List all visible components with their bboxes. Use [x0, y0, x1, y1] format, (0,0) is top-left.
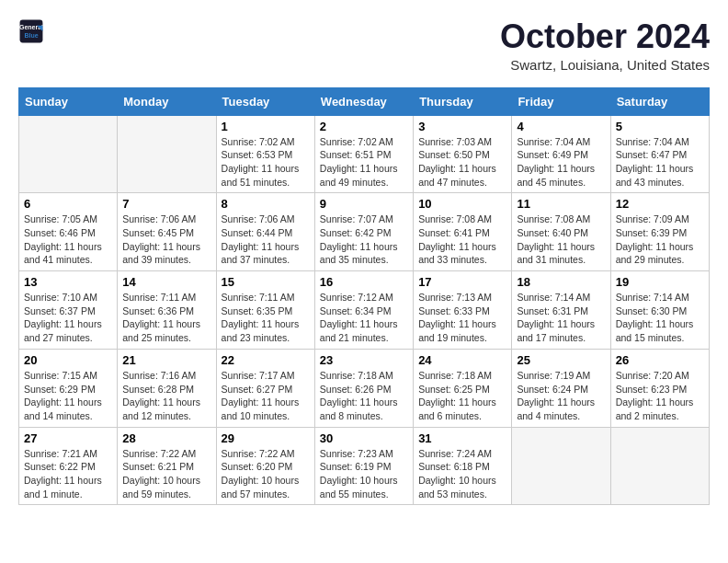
- calendar-cell: 15Sunrise: 7:11 AM Sunset: 6:35 PM Dayli…: [216, 271, 314, 350]
- week-row-5: 27Sunrise: 7:21 AM Sunset: 6:22 PM Dayli…: [19, 427, 710, 505]
- day-number: 31: [418, 431, 506, 445]
- day-info: Sunrise: 7:22 AM Sunset: 6:20 PM Dayligh…: [222, 447, 310, 501]
- calendar-cell: [118, 115, 216, 193]
- day-info: Sunrise: 7:03 AM Sunset: 6:50 PM Dayligh…: [418, 135, 506, 190]
- calendar-cell: 14Sunrise: 7:11 AM Sunset: 6:36 PM Dayli…: [118, 271, 216, 350]
- day-info: Sunrise: 7:14 AM Sunset: 6:30 PM Dayligh…: [616, 291, 704, 345]
- calendar-cell: 27Sunrise: 7:21 AM Sunset: 6:22 PM Dayli…: [19, 427, 118, 505]
- calendar-cell: 6Sunrise: 7:05 AM Sunset: 6:46 PM Daylig…: [19, 193, 118, 271]
- day-info: Sunrise: 7:02 AM Sunset: 6:53 PM Dayligh…: [222, 135, 310, 190]
- calendar-cell: 24Sunrise: 7:18 AM Sunset: 6:25 PM Dayli…: [414, 349, 512, 427]
- day-info: Sunrise: 7:09 AM Sunset: 6:39 PM Dayligh…: [616, 213, 704, 267]
- calendar-cell: 9Sunrise: 7:07 AM Sunset: 6:42 PM Daylig…: [314, 193, 413, 271]
- day-info: Sunrise: 7:24 AM Sunset: 6:18 PM Dayligh…: [418, 447, 506, 501]
- day-info: Sunrise: 7:16 AM Sunset: 6:28 PM Dayligh…: [122, 369, 210, 423]
- svg-rect-0: [20, 20, 43, 43]
- calendar-cell: 13Sunrise: 7:10 AM Sunset: 6:37 PM Dayli…: [19, 271, 118, 350]
- day-number: 26: [616, 353, 704, 367]
- location: Swartz, Louisiana, United States: [500, 57, 710, 73]
- day-number: 17: [418, 275, 506, 289]
- day-number: 20: [24, 353, 112, 367]
- day-number: 18: [517, 275, 605, 289]
- week-row-4: 20Sunrise: 7:15 AM Sunset: 6:29 PM Dayli…: [19, 349, 710, 427]
- logo: General Blue: [18, 18, 44, 44]
- title-section: October 2024 Swartz, Louisiana, United S…: [500, 18, 710, 73]
- day-info: Sunrise: 7:18 AM Sunset: 6:26 PM Dayligh…: [320, 369, 408, 423]
- day-number: 24: [418, 353, 506, 367]
- day-info: Sunrise: 7:08 AM Sunset: 6:40 PM Dayligh…: [517, 213, 605, 267]
- calendar-table: SundayMondayTuesdayWednesdayThursdayFrid…: [18, 87, 710, 506]
- calendar-cell: [19, 115, 118, 193]
- calendar-cell: 4Sunrise: 7:04 AM Sunset: 6:49 PM Daylig…: [512, 115, 610, 193]
- day-number: 14: [122, 275, 210, 289]
- calendar-cell: 7Sunrise: 7:06 AM Sunset: 6:45 PM Daylig…: [118, 193, 216, 271]
- day-number: 12: [616, 197, 704, 211]
- day-number: 9: [320, 197, 408, 211]
- calendar-cell: 2Sunrise: 7:02 AM Sunset: 6:51 PM Daylig…: [314, 115, 413, 193]
- calendar-cell: 21Sunrise: 7:16 AM Sunset: 6:28 PM Dayli…: [118, 349, 216, 427]
- calendar-cell: 23Sunrise: 7:18 AM Sunset: 6:26 PM Dayli…: [314, 349, 413, 427]
- page-header: General Blue October 2024 Swartz, Louisi…: [18, 18, 710, 73]
- week-row-2: 6Sunrise: 7:05 AM Sunset: 6:46 PM Daylig…: [19, 193, 710, 271]
- column-header-monday: Monday: [118, 87, 216, 115]
- calendar-cell: 25Sunrise: 7:19 AM Sunset: 6:24 PM Dayli…: [512, 349, 610, 427]
- day-number: 1: [222, 120, 310, 133]
- day-info: Sunrise: 7:11 AM Sunset: 6:36 PM Dayligh…: [122, 291, 210, 345]
- day-info: Sunrise: 7:06 AM Sunset: 6:45 PM Dayligh…: [122, 213, 210, 267]
- day-number: 11: [517, 197, 605, 211]
- calendar-cell: 12Sunrise: 7:09 AM Sunset: 6:39 PM Dayli…: [610, 193, 709, 271]
- day-info: Sunrise: 7:15 AM Sunset: 6:29 PM Dayligh…: [24, 369, 112, 423]
- day-number: 19: [616, 275, 704, 289]
- calendar-cell: 18Sunrise: 7:14 AM Sunset: 6:31 PM Dayli…: [512, 271, 610, 350]
- day-number: 16: [320, 275, 408, 289]
- day-number: 27: [24, 431, 112, 445]
- calendar-cell: [512, 427, 610, 505]
- day-info: Sunrise: 7:02 AM Sunset: 6:51 PM Dayligh…: [320, 135, 408, 190]
- calendar-cell: 31Sunrise: 7:24 AM Sunset: 6:18 PM Dayli…: [414, 427, 512, 505]
- column-header-tuesday: Tuesday: [216, 87, 314, 115]
- calendar-cell: 8Sunrise: 7:06 AM Sunset: 6:44 PM Daylig…: [216, 193, 314, 271]
- day-info: Sunrise: 7:23 AM Sunset: 6:19 PM Dayligh…: [320, 447, 408, 501]
- logo-icon: General Blue: [18, 18, 44, 44]
- day-info: Sunrise: 7:11 AM Sunset: 6:35 PM Dayligh…: [222, 291, 310, 345]
- day-info: Sunrise: 7:17 AM Sunset: 6:27 PM Dayligh…: [222, 369, 310, 423]
- month-title: October 2024: [500, 18, 710, 55]
- calendar-cell: 26Sunrise: 7:20 AM Sunset: 6:23 PM Dayli…: [610, 349, 709, 427]
- calendar-header-row: SundayMondayTuesdayWednesdayThursdayFrid…: [19, 87, 710, 115]
- calendar-cell: 10Sunrise: 7:08 AM Sunset: 6:41 PM Dayli…: [414, 193, 512, 271]
- day-number: 3: [418, 120, 506, 133]
- week-row-1: 1Sunrise: 7:02 AM Sunset: 6:53 PM Daylig…: [19, 115, 710, 193]
- day-number: 7: [122, 197, 210, 211]
- day-info: Sunrise: 7:14 AM Sunset: 6:31 PM Dayligh…: [517, 291, 605, 345]
- day-info: Sunrise: 7:20 AM Sunset: 6:23 PM Dayligh…: [616, 369, 704, 423]
- calendar-cell: 1Sunrise: 7:02 AM Sunset: 6:53 PM Daylig…: [216, 115, 314, 193]
- column-header-saturday: Saturday: [610, 87, 709, 115]
- day-info: Sunrise: 7:08 AM Sunset: 6:41 PM Dayligh…: [418, 213, 506, 267]
- calendar-cell: 16Sunrise: 7:12 AM Sunset: 6:34 PM Dayli…: [314, 271, 413, 350]
- calendar-cell: 3Sunrise: 7:03 AM Sunset: 6:50 PM Daylig…: [414, 115, 512, 193]
- calendar-cell: 11Sunrise: 7:08 AM Sunset: 6:40 PM Dayli…: [512, 193, 610, 271]
- calendar-cell: 17Sunrise: 7:13 AM Sunset: 6:33 PM Dayli…: [414, 271, 512, 350]
- day-number: 5: [616, 120, 704, 133]
- calendar-cell: 20Sunrise: 7:15 AM Sunset: 6:29 PM Dayli…: [19, 349, 118, 427]
- day-number: 22: [222, 353, 310, 367]
- day-number: 30: [320, 431, 408, 445]
- day-number: 4: [517, 120, 605, 133]
- day-number: 13: [24, 275, 112, 289]
- day-number: 6: [24, 197, 112, 211]
- day-info: Sunrise: 7:10 AM Sunset: 6:37 PM Dayligh…: [24, 291, 112, 345]
- day-info: Sunrise: 7:22 AM Sunset: 6:21 PM Dayligh…: [122, 447, 210, 501]
- calendar-cell: [610, 427, 709, 505]
- calendar-cell: 29Sunrise: 7:22 AM Sunset: 6:20 PM Dayli…: [216, 427, 314, 505]
- column-header-wednesday: Wednesday: [314, 87, 413, 115]
- day-info: Sunrise: 7:13 AM Sunset: 6:33 PM Dayligh…: [418, 291, 506, 345]
- day-number: 10: [418, 197, 506, 211]
- day-number: 8: [222, 197, 310, 211]
- calendar-cell: 5Sunrise: 7:04 AM Sunset: 6:47 PM Daylig…: [610, 115, 709, 193]
- day-number: 2: [320, 120, 408, 133]
- week-row-3: 13Sunrise: 7:10 AM Sunset: 6:37 PM Dayli…: [19, 271, 710, 350]
- day-number: 21: [122, 353, 210, 367]
- day-number: 23: [320, 353, 408, 367]
- calendar-cell: 22Sunrise: 7:17 AM Sunset: 6:27 PM Dayli…: [216, 349, 314, 427]
- day-info: Sunrise: 7:04 AM Sunset: 6:49 PM Dayligh…: [517, 135, 605, 190]
